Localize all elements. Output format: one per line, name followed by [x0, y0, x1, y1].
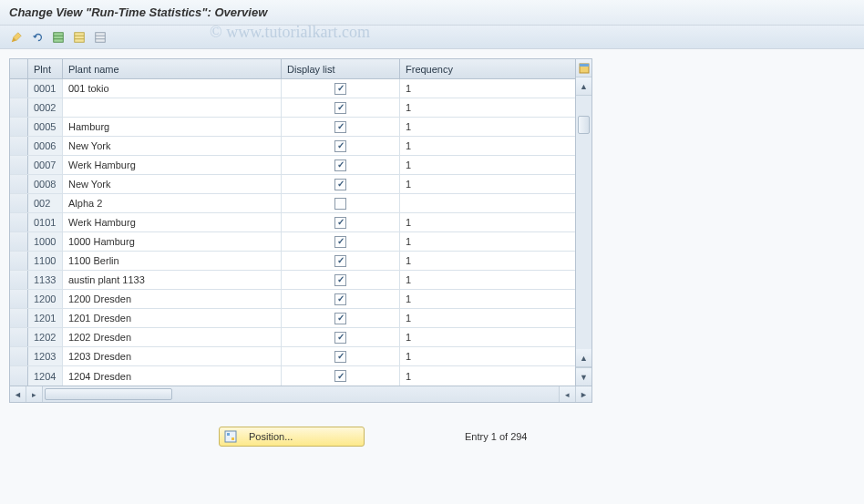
cell-display-list[interactable] — [282, 252, 400, 270]
row-selector[interactable] — [10, 347, 28, 365]
hscroll-left-icon[interactable]: ▸ — [26, 386, 43, 402]
cell-frequency[interactable]: 1 — [400, 347, 575, 365]
checkbox-icon[interactable] — [334, 159, 346, 171]
row-selector[interactable] — [10, 232, 28, 251]
cell-frequency[interactable]: 1 — [400, 271, 575, 289]
row-selector[interactable] — [10, 194, 28, 212]
col-header-plnt[interactable]: Plnt — [28, 59, 63, 78]
row-selector[interactable] — [10, 252, 28, 270]
table-row[interactable]: 10001000 Hamburg1 — [10, 232, 575, 252]
checkbox-icon[interactable] — [334, 313, 346, 324]
table-settings-icon[interactable] — [576, 59, 591, 77]
cell-display-list[interactable] — [282, 328, 400, 346]
deselect-all-icon[interactable] — [91, 28, 109, 46]
cell-display-list[interactable] — [282, 137, 400, 155]
table-row[interactable]: 12011201 Dresden1 — [10, 309, 575, 328]
checkbox-icon[interactable] — [334, 217, 346, 229]
cell-display-list[interactable] — [282, 366, 400, 386]
checkbox-icon[interactable] — [334, 332, 346, 344]
table-row[interactable]: 0006New York1 — [10, 137, 575, 156]
cell-frequency[interactable]: 1 — [400, 118, 575, 136]
table-row[interactable]: 00021 — [10, 98, 575, 118]
table-row[interactable]: 12001200 Dresden1 — [10, 290, 575, 309]
row-selector[interactable] — [10, 366, 28, 386]
checkbox-icon[interactable] — [334, 351, 346, 363]
checkbox-icon[interactable] — [334, 83, 346, 95]
cell-frequency[interactable]: 1 — [400, 232, 575, 251]
checkbox-icon[interactable] — [334, 293, 346, 305]
table-row[interactable]: 12041204 Dresden1 — [10, 366, 575, 386]
row-selector[interactable] — [10, 328, 28, 346]
checkbox-icon[interactable] — [334, 370, 346, 382]
select-all-icon[interactable] — [49, 28, 67, 46]
scroll-down-icon[interactable]: ▼ — [576, 367, 591, 386]
checkbox-icon[interactable] — [334, 179, 346, 190]
cell-frequency[interactable]: 1 — [400, 290, 575, 308]
table-row[interactable]: 0101Werk Hamburg1 — [10, 213, 575, 232]
cell-frequency[interactable]: 1 — [400, 252, 575, 270]
row-selector[interactable] — [10, 175, 28, 193]
cell-frequency[interactable]: 1 — [400, 156, 575, 174]
row-selector[interactable] — [10, 271, 28, 289]
cell-display-list[interactable] — [282, 232, 400, 251]
hscroll-right-icon[interactable]: ◂ — [559, 386, 575, 402]
vertical-scrollbar[interactable]: ▲ ▲ ▼ — [575, 59, 591, 386]
table-row[interactable]: 1133austin plant 11331 — [10, 271, 575, 290]
scroll-track[interactable] — [576, 96, 591, 349]
cell-display-list[interactable] — [282, 194, 400, 212]
cell-frequency[interactable]: 1 — [400, 309, 575, 327]
row-selector[interactable] — [10, 290, 28, 308]
cell-frequency[interactable] — [400, 194, 575, 212]
table-row[interactable]: 0007Werk Hamburg1 — [10, 156, 575, 175]
table-row[interactable]: 12031203 Dresden1 — [10, 347, 575, 366]
scroll-up-alt-icon[interactable]: ▲ — [576, 349, 591, 367]
horizontal-scrollbar[interactable]: ◄ ▸ ◂ ► — [9, 386, 592, 403]
cell-display-list[interactable] — [282, 213, 400, 231]
cell-display-list[interactable] — [282, 98, 400, 117]
col-header-display-list[interactable]: Display list — [282, 59, 400, 78]
hscroll-left-first-icon[interactable]: ◄ — [10, 386, 26, 402]
cell-display-list[interactable] — [282, 118, 400, 136]
cell-frequency[interactable]: 1 — [400, 213, 575, 231]
checkbox-icon[interactable] — [334, 236, 346, 248]
row-selector[interactable] — [10, 156, 28, 174]
cell-frequency[interactable]: 1 — [400, 79, 575, 98]
scroll-thumb[interactable] — [578, 116, 590, 134]
table-row[interactable]: 11001100 Berlin1 — [10, 252, 575, 271]
undo-icon[interactable] — [28, 28, 46, 46]
row-selector[interactable] — [10, 309, 28, 327]
checkbox-icon[interactable] — [334, 140, 346, 152]
cell-display-list[interactable] — [282, 271, 400, 289]
row-selector[interactable] — [10, 137, 28, 155]
col-header-frequency[interactable]: Frequency — [400, 59, 575, 78]
row-selector[interactable] — [10, 98, 28, 117]
table-row[interactable]: 0005Hamburg1 — [10, 118, 575, 137]
cell-display-list[interactable] — [282, 175, 400, 193]
cell-display-list[interactable] — [282, 79, 400, 98]
hscroll-track[interactable] — [43, 386, 559, 402]
hscroll-right-last-icon[interactable]: ► — [575, 386, 591, 402]
checkbox-icon[interactable] — [334, 255, 346, 267]
checkbox-icon[interactable] — [334, 102, 346, 114]
cell-frequency[interactable]: 1 — [400, 328, 575, 346]
cell-frequency[interactable]: 1 — [400, 175, 575, 193]
cell-display-list[interactable] — [282, 156, 400, 174]
checkbox-icon[interactable] — [334, 198, 346, 210]
toggle-change-icon[interactable] — [7, 28, 26, 46]
select-block-icon[interactable] — [70, 28, 88, 46]
row-selector[interactable] — [10, 79, 28, 98]
cell-frequency[interactable]: 1 — [400, 98, 575, 117]
checkbox-icon[interactable] — [334, 274, 346, 286]
row-selector[interactable] — [10, 118, 28, 136]
cell-display-list[interactable] — [282, 347, 400, 365]
hscroll-thumb[interactable] — [45, 388, 172, 400]
scroll-up-icon[interactable]: ▲ — [576, 77, 591, 96]
checkbox-icon[interactable] — [334, 121, 346, 133]
cell-display-list[interactable] — [282, 290, 400, 308]
cell-display-list[interactable] — [282, 309, 400, 327]
table-row[interactable]: 0001001 tokio1 — [10, 79, 575, 98]
table-row[interactable]: 12021202 Dresden1 — [10, 328, 575, 347]
row-selector[interactable] — [10, 213, 28, 231]
col-header-selector[interactable] — [10, 59, 28, 78]
cell-frequency[interactable]: 1 — [400, 366, 575, 386]
